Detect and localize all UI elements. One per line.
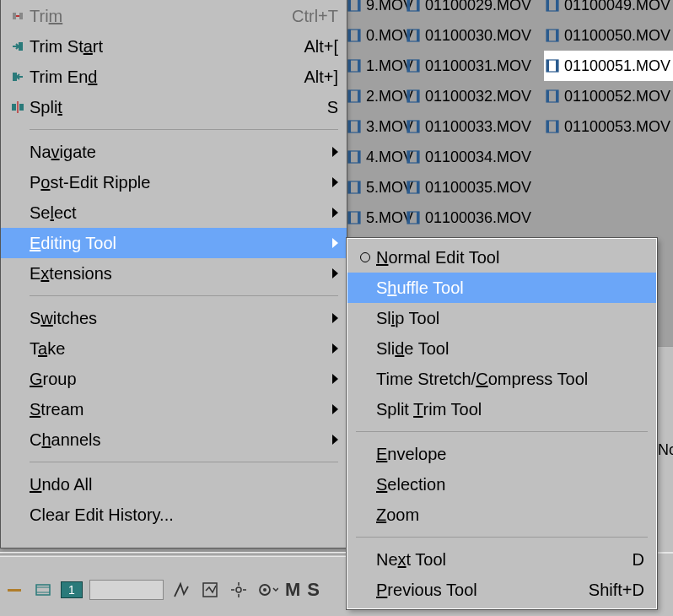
file-item[interactable]: 01100030.MOV bbox=[405, 20, 544, 51]
menu-shortcut: Alt+] bbox=[304, 68, 338, 87]
properties-text: No bbox=[658, 441, 673, 459]
file-item[interactable]: 01100035.MOV bbox=[405, 172, 544, 203]
menu-item-editing-tool[interactable]: Editing Tool bbox=[1, 228, 347, 258]
submenu-arrow-icon bbox=[332, 435, 338, 445]
file-item[interactable]: 01100032.MOV bbox=[405, 81, 544, 111]
submenu-arrow-icon bbox=[332, 374, 338, 384]
file-item[interactable]: 01100029.MOV bbox=[405, 0, 544, 20]
svg-point-80 bbox=[236, 587, 241, 592]
submenu-shortcut: Shift+D bbox=[589, 581, 644, 600]
submenu-arrow-icon bbox=[332, 208, 338, 218]
submenu-item-zoom[interactable]: Zoom bbox=[347, 500, 656, 530]
submenu-item-envelope[interactable]: Envelope bbox=[347, 439, 656, 469]
menu-item-clear-edit-history[interactable]: Clear Edit History... bbox=[1, 500, 347, 530]
menu-separator bbox=[356, 431, 648, 432]
video-file-icon bbox=[405, 0, 422, 14]
solo-button[interactable]: S bbox=[307, 579, 320, 601]
menu-item-select[interactable]: Select bbox=[1, 197, 347, 228]
svg-rect-1 bbox=[348, 0, 351, 11]
file-item[interactable]: 01100033.MOV bbox=[405, 111, 544, 142]
menu-item-post-edit-ripple[interactable]: Post-Edit Ripple bbox=[1, 167, 347, 197]
file-item[interactable]: 5.MOV bbox=[346, 172, 405, 203]
submenu-label: Split Trim Tool bbox=[376, 400, 644, 419]
svg-rect-75 bbox=[8, 589, 21, 592]
track-filmstrip-icon[interactable] bbox=[32, 579, 54, 601]
video-file-icon bbox=[346, 179, 363, 196]
menu-item-trim-start[interactable]: Trim Start Alt+[ bbox=[1, 31, 347, 62]
submenu-item-shuffle-tool[interactable]: Shuffle Tool bbox=[347, 273, 656, 303]
file-item[interactable]: 1.MOV bbox=[346, 51, 405, 81]
menu-item-undo-all[interactable]: Undo All bbox=[1, 469, 347, 500]
track-name-field[interactable] bbox=[89, 580, 164, 600]
file-item[interactable]: 01100031.MOV bbox=[405, 51, 544, 81]
submenu-item-split-trim-tool[interactable]: Split Trim Tool bbox=[347, 394, 656, 424]
svg-rect-34 bbox=[407, 30, 410, 41]
svg-rect-70 bbox=[546, 90, 549, 102]
mute-button[interactable]: M bbox=[285, 579, 300, 601]
submenu-item-previous-tool[interactable]: Previous Tool Shift+D bbox=[347, 575, 656, 605]
file-item[interactable]: 4.MOV bbox=[346, 142, 405, 172]
video-file-icon bbox=[405, 88, 422, 105]
file-name: 01100035.MOV bbox=[425, 179, 531, 197]
video-file-icon bbox=[544, 0, 561, 14]
track-fx-icon[interactable] bbox=[199, 579, 221, 601]
submenu-item-selection[interactable]: Selection bbox=[347, 469, 656, 500]
svg-rect-19 bbox=[348, 181, 351, 193]
submenu-item-slide-tool[interactable]: Slide Tool bbox=[347, 333, 656, 364]
menu-item-trim-end[interactable]: Trim End Alt+] bbox=[1, 62, 347, 92]
submenu-item-normal-edit-tool[interactable]: Normal Edit Tool bbox=[347, 242, 656, 273]
menu-item-switches[interactable]: Switches bbox=[1, 303, 347, 333]
trim-end-icon bbox=[8, 69, 28, 84]
radio-selected-icon bbox=[354, 252, 376, 262]
menu-label: Stream bbox=[30, 400, 327, 419]
file-item[interactable]: 5.MOV bbox=[346, 203, 405, 233]
svg-rect-2 bbox=[358, 0, 360, 11]
submenu-item-next-tool[interactable]: Next Tool D bbox=[347, 544, 656, 575]
submenu-item-time-stretch-tool[interactable]: Time Stretch/Compress Tool bbox=[347, 364, 656, 394]
menu-item-group[interactable]: Group bbox=[1, 364, 347, 394]
file-name: 01100033.MOV bbox=[425, 118, 531, 136]
track-minimize-icon[interactable] bbox=[3, 579, 25, 601]
edit-context-menu: D Delete Trim Ctrl+T Trim Start Alt+[ Tr… bbox=[0, 0, 347, 548]
menu-item-split[interactable]: Split S bbox=[1, 92, 347, 122]
svg-rect-14 bbox=[358, 121, 360, 132]
file-item[interactable]: 9.MOV bbox=[346, 0, 405, 20]
file-item[interactable]: 01100052.MOV bbox=[544, 81, 673, 111]
file-item[interactable]: 2.MOV bbox=[346, 81, 405, 111]
menu-item-take[interactable]: Take bbox=[1, 333, 347, 364]
menu-item-extensions[interactable]: Extensions bbox=[1, 258, 347, 289]
submenu-item-slip-tool[interactable]: Slip Tool bbox=[347, 303, 656, 333]
file-item[interactable]: 0.MOV bbox=[346, 20, 405, 51]
track-number-badge[interactable]: 1 bbox=[61, 581, 83, 598]
file-item[interactable]: 01100050.MOV bbox=[544, 20, 673, 51]
menu-label: Post-Edit Ripple bbox=[30, 173, 327, 192]
svg-rect-20 bbox=[358, 181, 360, 193]
svg-rect-44 bbox=[417, 121, 419, 132]
menu-item-stream[interactable]: Stream bbox=[1, 394, 347, 424]
file-name: 01100029.MOV bbox=[425, 0, 531, 14]
panel-divider[interactable] bbox=[0, 554, 346, 557]
file-item[interactable]: 01100036.MOV bbox=[405, 203, 544, 233]
file-item[interactable]: 01100049.MOV bbox=[544, 0, 673, 20]
file-item[interactable]: 3.MOV bbox=[346, 111, 405, 142]
file-item[interactable]: 01100053.MOV bbox=[544, 111, 673, 142]
svg-rect-22 bbox=[348, 212, 351, 224]
menu-item-trim[interactable]: Trim Ctrl+T bbox=[1, 1, 347, 31]
menu-label: Trim Start bbox=[30, 37, 304, 57]
svg-rect-68 bbox=[556, 60, 558, 72]
menu-item-channels[interactable]: Channels bbox=[1, 424, 347, 455]
menu-item-navigate[interactable]: Navigate bbox=[1, 137, 347, 167]
gear-dropdown-icon[interactable] bbox=[256, 579, 278, 601]
svg-point-86 bbox=[263, 588, 267, 592]
video-file-icon bbox=[405, 57, 422, 74]
video-file-icon bbox=[405, 27, 422, 44]
trim-icon bbox=[8, 8, 28, 24]
svg-rect-23 bbox=[358, 212, 360, 224]
file-item-selected[interactable]: 01100051.MOV bbox=[544, 51, 673, 81]
file-item[interactable]: 01100034.MOV bbox=[405, 142, 544, 172]
svg-rect-64 bbox=[546, 30, 549, 41]
svg-rect-46 bbox=[407, 151, 410, 163]
svg-rect-8 bbox=[358, 60, 360, 72]
bypass-fx-icon[interactable] bbox=[170, 579, 192, 601]
automation-icon[interactable] bbox=[228, 579, 250, 601]
